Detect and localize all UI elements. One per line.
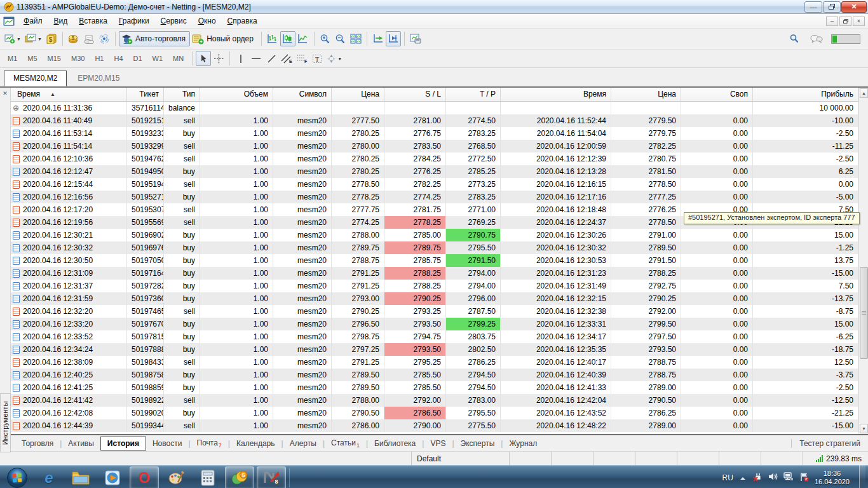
child-restore-button[interactable] — [839, 17, 851, 26]
history-row-50193299[interactable]: 2020.04.16 11:54:1450193299sell1.00mesm2… — [11, 140, 858, 152]
arrows-button[interactable]: ▼ — [325, 51, 344, 66]
column-header-6[interactable]: S / L — [384, 88, 446, 101]
community-chat-button[interactable] — [808, 31, 825, 46]
menu-окно[interactable]: Окно — [193, 15, 222, 27]
history-row-50196976[interactable]: 2020.04.16 12:30:3250196976buy1.00mesm20… — [11, 241, 858, 254]
history-row-50197360[interactable]: 2020.04.16 12:31:5950197360buy1.00mesm20… — [11, 292, 858, 305]
vertical-line-button[interactable] — [233, 51, 248, 66]
child-close-button[interactable]: × — [853, 17, 865, 26]
media-player-icon[interactable] — [98, 466, 127, 488]
hidden-icons-chevron[interactable] — [739, 472, 747, 484]
candlestick-chart-button[interactable] — [280, 31, 295, 46]
trendline-button[interactable] — [264, 51, 279, 66]
toolbox-tab-почта[interactable]: Почта7 — [191, 437, 228, 451]
menu-сервис[interactable]: Сервис — [155, 15, 193, 27]
auto-scroll-button[interactable] — [370, 31, 386, 46]
text-label-button[interactable]: T — [309, 51, 325, 66]
toolbox-tab-vps[interactable]: VPS — [424, 437, 452, 450]
restore-button[interactable] — [823, 1, 841, 13]
column-header-0[interactable]: Время▲ — [11, 88, 127, 101]
chart-shift-button[interactable] — [386, 31, 401, 46]
show-desktop-button[interactable] — [859, 465, 865, 488]
toolbox-tab-активы[interactable]: Активы — [62, 437, 100, 450]
timeframe-m15-button[interactable]: M15 — [43, 52, 65, 65]
search-button[interactable] — [787, 31, 802, 46]
volume-icon[interactable] — [768, 472, 778, 484]
column-header-5[interactable]: Цена — [332, 88, 384, 101]
history-row-50192151[interactable]: 2020.04.16 11:40:4950192151sell1.00mesm2… — [11, 114, 858, 127]
column-header-9[interactable]: Цена — [611, 88, 681, 101]
status-profile-cell[interactable]: Default — [412, 452, 510, 465]
chart-tab-epm20-m15[interactable]: EPM20,M15 — [68, 71, 129, 86]
templates-button[interactable] — [408, 31, 423, 46]
bar-chart-button[interactable] — [265, 31, 280, 46]
toolbox-tab-эксперты[interactable]: Эксперты — [454, 437, 501, 450]
signals-button[interactable] — [97, 31, 112, 46]
history-row-50196902[interactable]: 2020.04.16 12:30:2150196902buy1.00mesm20… — [11, 229, 858, 241]
scroll-down-icon[interactable]: ▼ — [860, 424, 868, 433]
history-row-50195194[interactable]: 2020.04.16 12:15:4450195194sell1.00mesm2… — [11, 178, 858, 191]
strategy-tester-toggle[interactable]: Тестер стратегий — [791, 439, 868, 448]
taskbar-clock[interactable]: 18:36 16.04.2020 — [815, 470, 853, 486]
toolbox-tab-новости[interactable]: Новости — [146, 437, 188, 450]
calculator-icon[interactable] — [193, 466, 222, 488]
panel-close-icon[interactable]: ✕ — [1, 90, 9, 97]
zoom-in-button[interactable] — [318, 31, 333, 46]
windows-explorer-icon[interactable] — [66, 466, 95, 488]
timeframe-m5-button[interactable]: M5 — [23, 52, 41, 65]
equidistant-channel-button[interactable]: E — [279, 51, 294, 66]
timeframe-h1-button[interactable]: H1 — [90, 52, 108, 65]
column-header-4[interactable]: Символ — [273, 88, 332, 101]
column-header-7[interactable]: T / P — [446, 88, 501, 101]
history-row-50197282[interactable]: 2020.04.16 12:31:3750197282buy1.00mesm20… — [11, 280, 858, 292]
column-header-10[interactable]: Своп — [681, 88, 753, 101]
close-button[interactable]: ✕ — [841, 1, 867, 13]
history-row-50199344[interactable]: 2020.04.16 12:44:3950199344sell1.00mesm2… — [11, 419, 858, 432]
toolbox-tab-история[interactable]: История — [100, 437, 146, 451]
history-center-button[interactable]: $ — [66, 31, 81, 46]
menu-вид[interactable]: Вид — [48, 15, 74, 27]
history-row-50197164[interactable]: 2020.04.16 12:31:0950197164buy1.00mesm20… — [11, 267, 858, 280]
chart-tab-mesm20-m2[interactable]: MESM20,M2 — [4, 71, 67, 86]
history-row-50198433[interactable]: 2020.04.16 12:38:0950198433sell1.00mesm2… — [11, 356, 858, 369]
vertical-scrollbar[interactable]: ▲ ▼ — [858, 88, 868, 434]
history-row-50197050[interactable]: 2020.04.16 12:30:5050197050buy1.00mesm20… — [11, 254, 858, 267]
history-row-balance[interactable]: ⊕2020.04.16 11:31:3635716114balance10 00… — [11, 102, 858, 114]
cursor-button[interactable] — [196, 51, 211, 66]
new-order-button[interactable]: Новый ордер — [190, 31, 258, 46]
history-row-50193233[interactable]: 2020.04.16 11:53:1450193233buy1.00mesm20… — [11, 127, 858, 140]
paint-icon[interactable] — [161, 466, 191, 488]
horizontal-line-button[interactable] — [248, 51, 264, 66]
history-row-50198859[interactable]: 2020.04.16 12:41:2550198859buy1.00mesm20… — [11, 381, 858, 394]
history-row-50197465[interactable]: 2020.04.16 12:32:2050197465sell1.00mesm2… — [11, 305, 858, 318]
zoom-out-button[interactable] — [333, 31, 348, 46]
menu-файл[interactable]: Файл — [18, 15, 48, 27]
scrollbar-thumb[interactable] — [860, 267, 868, 359]
internet-explorer-icon[interactable]: e — [34, 466, 64, 488]
timeframe-m1-button[interactable]: M1 — [3, 52, 22, 65]
toolbox-tab-статьи[interactable]: Статьи1 — [325, 437, 366, 451]
history-row-50199020[interactable]: 2020.04.16 12:42:0850199020buy1.00mesm20… — [11, 407, 858, 419]
history-row-50197670[interactable]: 2020.04.16 12:33:2050197670buy1.00mesm20… — [11, 318, 858, 330]
new-chart-button[interactable]: ▼ — [3, 31, 23, 46]
history-row-50194950[interactable]: 2020.04.16 12:12:4750194950buy1.00mesm20… — [11, 165, 858, 178]
dropdown-arrow-icon[interactable]: ▼ — [17, 37, 21, 41]
dropdown-arrow-icon[interactable]: ▼ — [37, 37, 42, 41]
dropdown-arrow-icon[interactable]: ▼ — [337, 57, 342, 61]
timeframe-mn-button[interactable]: MN — [168, 52, 188, 65]
autotrade-button[interactable]: Авто-торговля — [119, 31, 190, 46]
tile-windows-button[interactable] — [348, 31, 363, 46]
toolbox-tab-алерты[interactable]: Алерты — [283, 437, 323, 450]
toolbox-tab-календарь[interactable]: Календарь — [230, 437, 281, 450]
column-header-11[interactable]: Прибыль — [753, 88, 858, 101]
timeframe-h4-button[interactable]: H4 — [109, 52, 127, 65]
power-icon[interactable] — [752, 472, 763, 484]
crosshair-button[interactable] — [211, 51, 226, 66]
scroll-up-icon[interactable]: ▲ — [860, 88, 868, 98]
sidebar-tab-instruments[interactable]: Инструменты — [0, 393, 11, 452]
minimize-button[interactable]: — — [804, 1, 822, 13]
timeframe-d1-button[interactable]: D1 — [129, 52, 147, 65]
timeframe-m30-button[interactable]: M30 — [67, 52, 89, 65]
timeframe-w1-button[interactable]: W1 — [148, 52, 168, 65]
action-center-flag-icon[interactable] — [799, 472, 809, 484]
